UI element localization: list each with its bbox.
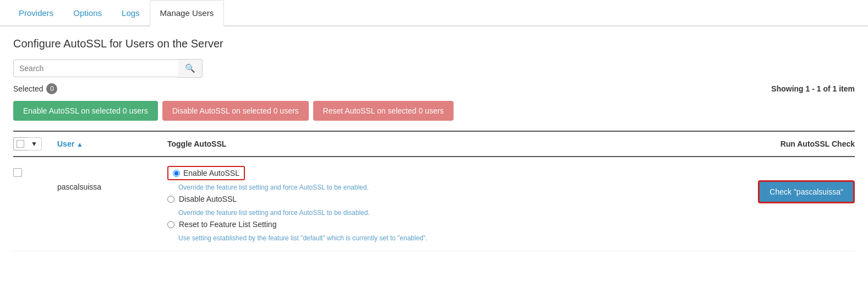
selected-text: Selected bbox=[13, 84, 43, 93]
page-container: Providers Options Logs Manage Users Conf… bbox=[0, 0, 868, 296]
selected-count-badge: 0 bbox=[46, 83, 57, 94]
disable-autossl-button[interactable]: Disable AutoSSL on selected 0 users bbox=[162, 101, 309, 121]
header-check-col: ▼ bbox=[13, 137, 57, 150]
select-all-checkbox[interactable] bbox=[13, 137, 27, 150]
table-header: ▼ User ▲ Toggle AutoSSL Run AutoSSL Chec… bbox=[13, 131, 855, 157]
radio-reset-label: Reset to Feature List Setting bbox=[179, 220, 276, 229]
reset-option-row: Reset to Feature List Setting bbox=[167, 220, 734, 229]
tab-manage-users[interactable]: Manage Users bbox=[150, 0, 225, 26]
table: ▼ User ▲ Toggle AutoSSL Run AutoSSL Chec… bbox=[13, 131, 855, 251]
enable-autossl-highlighted-box: Enable AutoSSL bbox=[167, 166, 245, 180]
showing-text: Showing 1 - 1 of 1 item bbox=[771, 84, 855, 93]
check-user-button[interactable]: Check "pascalsuissa" bbox=[758, 180, 855, 203]
page-heading: Configure AutoSSL for Users on the Serve… bbox=[13, 37, 855, 50]
radio-enable-label: Enable AutoSSL bbox=[183, 169, 239, 177]
enable-autossl-button[interactable]: Enable AutoSSL on selected 0 users bbox=[13, 101, 158, 121]
radio-disable-label: Disable AutoSSL bbox=[179, 195, 237, 203]
radio-enable-desc: Override the feature list setting and fo… bbox=[178, 184, 734, 191]
select-dropdown-caret[interactable]: ▼ bbox=[27, 137, 42, 150]
row-checkbox[interactable] bbox=[13, 166, 57, 179]
tabs-bar: Providers Options Logs Manage Users bbox=[0, 0, 868, 26]
row-toggle-options: Enable AutoSSL Override the feature list… bbox=[167, 166, 734, 242]
tab-options[interactable]: Options bbox=[63, 0, 112, 26]
search-button[interactable]: 🔍 bbox=[178, 59, 203, 78]
header-user[interactable]: User ▲ bbox=[57, 139, 167, 148]
tab-providers[interactable]: Providers bbox=[9, 0, 63, 26]
search-row: 🔍 bbox=[13, 59, 855, 78]
selected-row: Selected 0 Showing 1 - 1 of 1 item bbox=[13, 83, 855, 94]
radio-disable-desc: Override the feature list setting and fo… bbox=[178, 209, 734, 217]
tab-logs[interactable]: Logs bbox=[112, 0, 150, 26]
radio-disable-autossl[interactable] bbox=[167, 196, 174, 203]
header-toggle: Toggle AutoSSL bbox=[167, 139, 734, 148]
select-all-split: ▼ bbox=[13, 137, 42, 150]
selected-label: Selected 0 bbox=[13, 83, 57, 94]
radio-enable-autossl[interactable] bbox=[173, 170, 180, 177]
row-run-check: Check "pascalsuissa" bbox=[734, 166, 855, 203]
row-username: pascalsuissa bbox=[57, 166, 167, 191]
search-input[interactable] bbox=[13, 60, 178, 77]
header-user-label: User bbox=[57, 139, 74, 148]
action-buttons: Enable AutoSSL on selected 0 users Disab… bbox=[13, 101, 855, 121]
radio-reset-desc: Use setting established by the feature l… bbox=[178, 234, 734, 242]
radio-reset-autossl[interactable] bbox=[167, 221, 174, 228]
reset-autossl-button[interactable]: Reset AutoSSL on selected 0 users bbox=[313, 101, 454, 121]
header-user-sort: ▲ bbox=[77, 141, 83, 148]
header-run: Run AutoSSL Check bbox=[734, 139, 855, 148]
table-row: pascalsuissa Enable AutoSSL Override the… bbox=[13, 157, 855, 251]
main-content: Configure AutoSSL for Users on the Serve… bbox=[0, 26, 868, 262]
disable-option-row: Disable AutoSSL bbox=[167, 195, 734, 203]
